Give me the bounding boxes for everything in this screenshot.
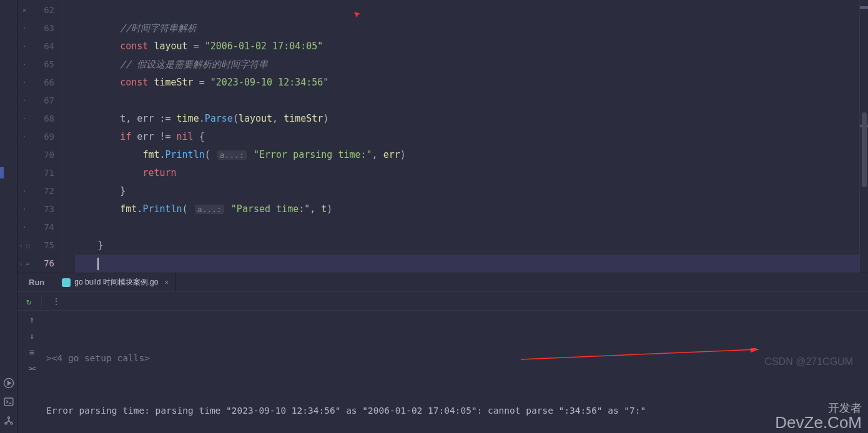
go-icon (62, 278, 71, 287)
code-line[interactable]: if err != nil { (75, 128, 859, 146)
line-number[interactable]: 75 (31, 236, 54, 255)
line-number[interactable]: 73 (31, 200, 54, 218)
line-number-gutter: 62 63 64 65 66 67 68 69 70 71 72 73 74 7… (31, 0, 62, 273)
code-line[interactable] (75, 1, 859, 19)
git-icon[interactable] (2, 414, 15, 427)
svg-point-3 (7, 417, 9, 419)
svg-point-5 (11, 422, 12, 424)
run-tab-label[interactable]: Run (17, 273, 56, 291)
main-area: × · · · · · · · · · · › □ › ≡ 62 63 64 6… (17, 0, 868, 433)
parameter-hint: a...: (217, 150, 247, 160)
line-number[interactable]: 68 (31, 110, 54, 128)
play-circle-icon[interactable] (2, 377, 15, 389)
scrollbar-thumb[interactable] (862, 112, 867, 187)
console-gutter: ↑ ↓ ≡ ⫘ (17, 311, 46, 433)
console-line: ><4 go setup calls> (46, 349, 868, 367)
code-line[interactable]: const timeStr = "2023-09-10 12:34:56" (75, 74, 859, 92)
svg-marker-1 (7, 381, 11, 385)
rerun-icon[interactable]: ↻ (26, 296, 31, 306)
line-number[interactable]: 67 (31, 92, 54, 110)
scroll-up-icon[interactable]: ↑ (29, 314, 34, 324)
line-number[interactable]: 70 (31, 146, 54, 164)
code-line[interactable]: //时间字符串解析 (75, 19, 859, 37)
svg-point-4 (5, 422, 7, 424)
run-toolbar: ↻ ⋮ (17, 292, 868, 311)
more-icon[interactable]: ⋮ (52, 296, 61, 306)
code-line[interactable]: // 假设这是需要解析的时间字符串 (75, 56, 859, 74)
console-line: Error parsing time: parsing time "2023-0… (46, 402, 868, 419)
fold-marker[interactable]: › □ (17, 236, 31, 255)
code-line[interactable] (75, 255, 859, 273)
run-config-tab[interactable]: go build 时间模块案例.go × (56, 273, 175, 291)
run-config-name: go build 时间模块案例.go (74, 277, 158, 288)
code-line[interactable]: fmt.Println( a...: "Parsed time:", t) (75, 200, 859, 218)
code-editor[interactable]: ➤ //时间字符串解析 const layout = "2006-01-02 1… (62, 0, 859, 273)
parameter-hint: a...: (195, 205, 224, 214)
code-line[interactable]: const layout = "2006-01-02 17:04:05" (75, 37, 859, 56)
code-line[interactable]: } (75, 182, 859, 200)
wrap-text-icon[interactable]: ≡ (29, 347, 34, 357)
code-line[interactable] (75, 92, 859, 110)
separator (41, 296, 42, 307)
line-number[interactable]: 72 (31, 182, 54, 200)
selection-indicator (0, 167, 4, 178)
code-line[interactable]: } (75, 236, 859, 255)
line-number[interactable]: 64 (31, 37, 54, 56)
fold-marker[interactable]: × (17, 1, 31, 19)
filter-icon[interactable]: ⫘ (27, 363, 36, 373)
terminal-icon[interactable] (2, 396, 15, 408)
fold-marker[interactable]: › ≡ (17, 255, 31, 273)
code-line[interactable] (75, 218, 859, 236)
editor-scrollbar[interactable] (859, 0, 868, 273)
fold-gutter: × · · · · · · · · · · › □ › ≡ (17, 0, 31, 273)
code-line[interactable]: t, err := time.Parse(layout, timeStr) (75, 110, 859, 128)
line-number[interactable]: 65 (31, 56, 54, 74)
line-number[interactable]: 74 (31, 218, 54, 236)
code-line[interactable]: fmt.Println( a...: "Error parsing time:"… (75, 146, 859, 164)
minimap-marker (860, 6, 868, 9)
console-output[interactable]: ><4 go setup calls> Error parsing time: … (46, 311, 868, 433)
text-cursor (97, 258, 99, 270)
svg-rect-2 (4, 398, 13, 406)
close-tab-icon[interactable]: × (164, 278, 169, 287)
left-tool-sidebar (0, 0, 17, 433)
line-number[interactable]: 66 (31, 74, 54, 92)
panel-tabs: Run go build 时间模块案例.go × (17, 273, 868, 292)
line-number[interactable]: 76 (31, 255, 54, 273)
code-line[interactable]: return (75, 164, 859, 182)
run-panel: Run go build 时间模块案例.go × ↻ ⋮ ↑ ↓ ≡ ⫘ ><4… (17, 273, 868, 433)
code-editor-container: × · · · · · · · · · · › □ › ≡ 62 63 64 6… (17, 0, 868, 273)
console-area: ↑ ↓ ≡ ⫘ ><4 go setup calls> Error parsin… (17, 311, 868, 433)
line-number[interactable]: 62 (31, 1, 54, 19)
scroll-down-icon[interactable]: ↓ (29, 331, 34, 341)
line-number[interactable]: 63 (31, 19, 54, 37)
line-number[interactable]: 71 (31, 164, 54, 182)
line-number[interactable]: 69 (31, 128, 54, 146)
